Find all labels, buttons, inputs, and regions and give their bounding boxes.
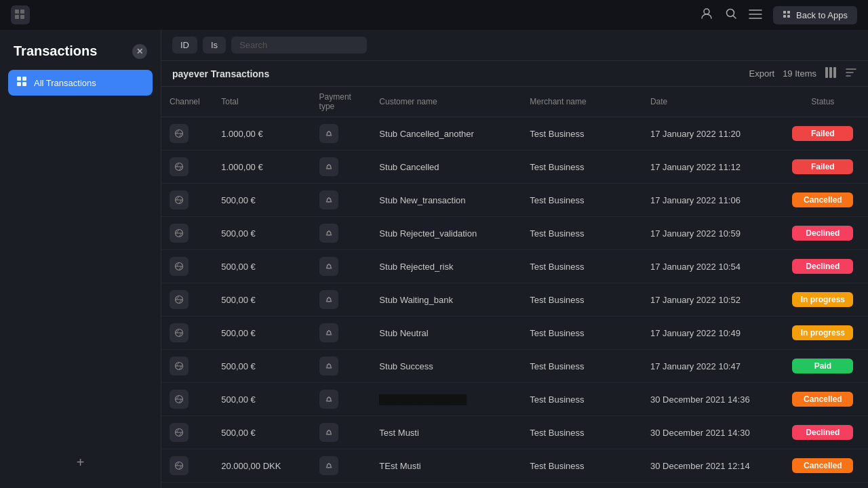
all-transactions-icon xyxy=(16,76,27,89)
table-row[interactable]: 500,00 € Stub NeutralTest Business17 Jan… xyxy=(161,317,868,350)
filter-is[interactable]: Is xyxy=(203,37,226,54)
channel-icon xyxy=(170,456,189,475)
cell-status: Declined xyxy=(778,250,868,283)
items-count: 19 Items xyxy=(783,68,816,79)
main-content: ID Is Search payever Transactions Export… xyxy=(161,30,868,488)
payment-type-icon xyxy=(319,157,338,176)
cell-payment-type xyxy=(311,150,372,184)
cell-customer-name: Stub Neutral xyxy=(371,317,521,350)
status-badge: Declined xyxy=(792,259,853,274)
col-header-payment-type[interactable]: Payment type xyxy=(311,87,372,117)
table-row[interactable]: 1.000,00 € Test MustiTest Business30 Dec… xyxy=(161,483,868,489)
cell-customer-name: Stub Rejected_validation xyxy=(371,217,521,250)
sidebar-item-all-transactions[interactable]: All Transactions xyxy=(8,70,153,96)
channel-icon xyxy=(170,423,189,442)
table-controls: Export 19 Items xyxy=(749,66,857,81)
payment-type-icon xyxy=(319,124,338,143)
table-row[interactable]: 500,00 € Stub Rejected_validationTest Bu… xyxy=(161,217,868,250)
table-row[interactable]: 20.000,00 DKK TEst MustiTest Business30 … xyxy=(161,449,868,483)
table-row[interactable]: 500,00 € Stub Rejected_riskTest Business… xyxy=(161,250,868,283)
col-header-customer-name[interactable]: Customer name xyxy=(371,87,521,117)
cell-status: Declined xyxy=(778,217,868,250)
sidebar-close-button[interactable]: ✕ xyxy=(132,44,147,59)
column-view-icon[interactable] xyxy=(825,66,837,81)
table-row[interactable]: 500,00 € ██████████████Test Business30 D… xyxy=(161,383,868,416)
cell-date: 30 December 2021 12:14 xyxy=(642,449,778,483)
channel-icon xyxy=(170,190,189,209)
cell-status: Paid xyxy=(778,350,868,383)
svg-rect-7 xyxy=(787,11,790,14)
svg-rect-14 xyxy=(825,67,828,78)
cell-channel xyxy=(161,117,213,150)
cell-payment-type xyxy=(311,483,372,489)
cell-date: 17 January 2022 10:59 xyxy=(642,217,778,250)
cell-total: 500,00 € xyxy=(213,317,311,350)
payment-type-icon xyxy=(319,224,338,243)
col-header-merchant-name[interactable]: Merchant name xyxy=(521,87,642,117)
col-header-total[interactable]: Total xyxy=(213,87,311,117)
table-row[interactable]: 500,00 € Test MustiTest Business30 Decem… xyxy=(161,416,868,449)
cell-channel xyxy=(161,250,213,283)
sort-icon[interactable] xyxy=(845,66,857,81)
app-logo[interactable] xyxy=(11,5,30,24)
svg-rect-9 xyxy=(787,15,790,18)
col-header-status[interactable]: Status xyxy=(778,87,868,117)
topbar-right: Back to Apps xyxy=(700,6,857,24)
search-icon[interactable] xyxy=(724,7,738,24)
cell-status: Cancelled xyxy=(778,449,868,483)
cell-channel xyxy=(161,217,213,250)
col-header-date[interactable]: Date xyxy=(642,87,778,117)
svg-rect-0 xyxy=(15,9,19,14)
channel-icon xyxy=(170,357,189,375)
close-icon: ✕ xyxy=(136,47,143,56)
export-button[interactable]: Export xyxy=(749,68,775,79)
payment-type-icon xyxy=(319,323,338,342)
cell-customer-name: Stub Cancelled xyxy=(371,150,521,184)
cell-customer-name: Stub Success xyxy=(371,350,521,383)
back-to-apps-label: Back to Apps xyxy=(796,10,848,20)
cell-date: 17 January 2022 10:54 xyxy=(642,250,778,283)
table-row[interactable]: 1.000,00 € Stub Cancelled_anotherTest Bu… xyxy=(161,117,868,150)
channel-icon xyxy=(170,157,189,176)
svg-rect-13 xyxy=(22,82,26,86)
cell-payment-type xyxy=(311,283,372,317)
col-header-channel[interactable]: Channel xyxy=(161,87,213,117)
cell-customer-name: ██████████████ xyxy=(371,383,521,416)
svg-rect-12 xyxy=(17,82,21,86)
back-to-apps-button[interactable]: Back to Apps xyxy=(773,6,857,24)
cell-total: 500,00 € xyxy=(213,184,311,217)
table-row[interactable]: 500,00 € Stub SuccessTest Business17 Jan… xyxy=(161,350,868,383)
cell-payment-type xyxy=(311,184,372,217)
cell-customer-name: Stub Waiting_bank xyxy=(371,283,521,317)
cell-status: Cancelled xyxy=(778,383,868,416)
table-row[interactable]: 500,00 € Stub Waiting_bankTest Business1… xyxy=(161,283,868,317)
cell-total: 500,00 € xyxy=(213,283,311,317)
payment-type-icon xyxy=(319,290,338,309)
account-icon[interactable] xyxy=(700,7,713,24)
cell-merchant-name: Test Business xyxy=(521,250,642,283)
cell-payment-type xyxy=(311,217,372,250)
cell-date: 17 January 2022 11:12 xyxy=(642,150,778,184)
layout: Transactions ✕ All Transactions + xyxy=(0,30,868,488)
cell-total: 1.000,00 € xyxy=(213,150,311,184)
filter-id[interactable]: ID xyxy=(172,37,197,54)
cell-payment-type xyxy=(311,449,372,483)
filter-search-field[interactable]: Search xyxy=(231,37,367,54)
cell-channel xyxy=(161,449,213,483)
table-row[interactable]: 1.000,00 € Stub CancelledTest Business17… xyxy=(161,150,868,184)
svg-point-4 xyxy=(704,9,709,14)
channel-icon xyxy=(170,323,189,342)
cell-customer-name: Test Musti xyxy=(371,416,521,449)
status-badge: Failed xyxy=(792,126,853,141)
status-badge: Declined xyxy=(792,425,853,440)
cell-date: 30 December 2021 14:30 xyxy=(642,416,778,449)
menu-icon[interactable] xyxy=(749,8,762,22)
topbar-left xyxy=(11,5,30,24)
cell-channel xyxy=(161,350,213,383)
add-sidebar-item-button[interactable]: + xyxy=(8,448,153,477)
table-row[interactable]: 500,00 € Stub New_transactionTest Busine… xyxy=(161,184,868,217)
cell-payment-type xyxy=(311,317,372,350)
cell-channel xyxy=(161,383,213,416)
cell-merchant-name: Test Business xyxy=(521,117,642,150)
cell-merchant-name: Test Business xyxy=(521,350,642,383)
